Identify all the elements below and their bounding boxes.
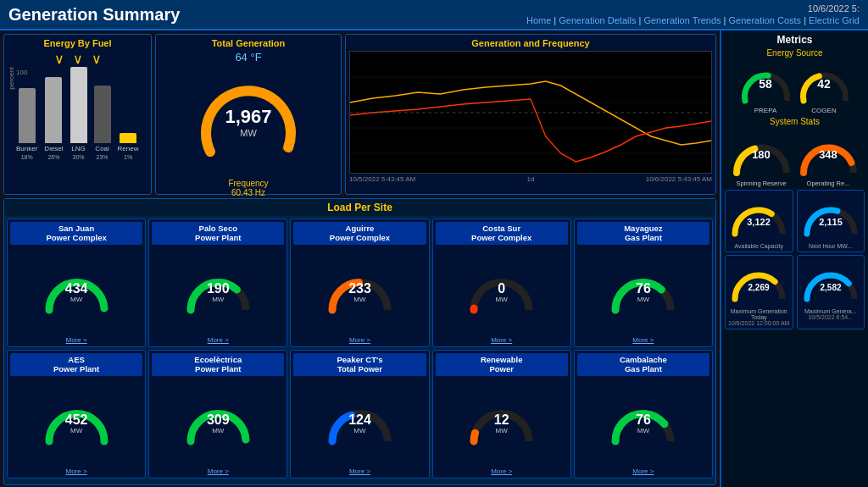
- chart-100-label: 100: [16, 69, 27, 76]
- site-cambalache-name: CambalacheGas Plant: [577, 353, 709, 376]
- site-costa-sur-name: Costa SurPower Complex: [436, 222, 568, 245]
- bar-bunker: Bunker 18%: [16, 88, 37, 160]
- svg-text:2,269: 2,269: [748, 283, 770, 292]
- site-aes-more[interactable]: More >: [66, 468, 87, 475]
- cogen-label: COGEN: [811, 107, 836, 114]
- site-ecoelectrica-gauge: 309 MW: [182, 378, 254, 467]
- cogen-gauge: 42 COGEN: [797, 60, 852, 114]
- site-renewable-val: 12 MW: [494, 413, 509, 434]
- bar-renew: Renew 1%: [118, 133, 139, 160]
- site-aes-name: AESPower Plant: [10, 353, 142, 376]
- max-gen-yesterday-label: Maximum Genera...: [800, 308, 862, 314]
- total-gen-title: Total Generation: [159, 38, 337, 48]
- site-palo-seco-val: 190 MW: [207, 282, 230, 303]
- max-gen-today-label: Maximum Generation Today: [728, 308, 790, 320]
- renew-bar: [120, 133, 136, 143]
- site-costa-sur-more[interactable]: More >: [491, 336, 512, 344]
- site-san-juan-more[interactable]: More >: [66, 336, 87, 344]
- site-mayaguez[interactable]: MayaguezGas Plant 76 MW More >: [574, 219, 713, 347]
- prepa-gauge-wrap: 58: [738, 60, 793, 107]
- energy-source-title: Energy Source: [725, 48, 865, 58]
- site-aes[interactable]: AESPower Plant 452 MW More >: [7, 350, 146, 479]
- nav-home[interactable]: Home: [526, 15, 551, 25]
- site-ecoelectrica[interactable]: EcoelèctricaPower Plant 309 MW More >: [148, 350, 287, 479]
- site-aguirre-more[interactable]: More >: [349, 336, 370, 344]
- site-palo-seco-more[interactable]: More >: [208, 336, 229, 344]
- site-aes-gauge: 452 MW: [41, 378, 113, 467]
- bar-chart: 100 percent Bunker 18% Diesel 26% LN: [8, 67, 147, 160]
- site-aguirre-name: AguirrePower Complex: [293, 222, 426, 245]
- chevron-down-icon: ∨: [54, 51, 64, 67]
- site-renewable[interactable]: RenewablePower 12 MW More >: [432, 350, 571, 479]
- site-san-juan-name: San JuanPower Complex: [10, 222, 142, 245]
- chevron-down-icon3: ∨: [92, 51, 102, 67]
- main-content: Energy By Fuel ∨ ∨ ∨ 100 percent Bunker …: [0, 30, 868, 487]
- site-cambalache[interactable]: CambalacheGas Plant 76 MW More >: [574, 350, 713, 479]
- nav-gen-details[interactable]: Generation Details: [559, 15, 636, 25]
- bunker-bar: [19, 88, 36, 143]
- total-gen-center: 1,967 MW: [225, 106, 271, 138]
- operating-reserve-wrap: 348: [797, 129, 860, 180]
- site-costa-sur[interactable]: Costa SurPower Complex 0 MW More >: [432, 219, 571, 347]
- diesel-bar: [45, 77, 62, 143]
- chevron-down-icon2: ∨: [73, 51, 83, 67]
- spinning-reserve-value: 180: [752, 148, 771, 161]
- site-ecoelectrica-name: EcoelèctricaPower Plant: [152, 353, 284, 376]
- nav-bar: Home | Generation Details | Generation T…: [526, 15, 860, 25]
- load-per-site-title: Load Per Site: [4, 199, 715, 216]
- cogen-gauge-wrap: 42: [797, 60, 852, 107]
- svg-text:2,582: 2,582: [820, 283, 841, 292]
- time-mid: 1d: [527, 175, 535, 183]
- cogen-value: 42: [817, 77, 831, 91]
- system-stats-title: System Stats: [725, 117, 865, 126]
- nav-gen-trends[interactable]: Generation Trends: [643, 15, 721, 25]
- diesel-pct: 26%: [47, 154, 59, 160]
- site-ecoelectrica-more[interactable]: More >: [208, 468, 229, 475]
- max-gen-yesterday-svg: 2,582: [801, 258, 860, 305]
- site-palo-seco-gauge: 190 MW: [182, 246, 254, 335]
- site-aguirre[interactable]: AguirrePower Complex 233 MW More >: [290, 219, 429, 347]
- site-san-juan[interactable]: San JuanPower Complex 434 MW More >: [7, 219, 146, 347]
- sites-grid: San JuanPower Complex 434 MW More >: [4, 216, 715, 481]
- total-gen-unit: MW: [225, 128, 271, 138]
- gen-freq-title: Generation and Frequency: [349, 38, 712, 48]
- bunker-label: Bunker: [16, 145, 37, 152]
- svg-text:2,115: 2,115: [819, 217, 843, 227]
- site-cambalache-gauge: 76 MW: [607, 378, 679, 467]
- site-renewable-more[interactable]: More >: [491, 468, 512, 475]
- frequency-display: Frequency 60.43 Hz: [159, 179, 337, 197]
- metrics-panel: Metrics Energy Source 58 PREPA: [720, 30, 868, 487]
- site-cambalache-more[interactable]: More >: [632, 468, 654, 475]
- site-peaker[interactable]: Peaker CT'sTotal Power 124 MW More >: [290, 350, 429, 479]
- site-peaker-val: 124 MW: [348, 413, 371, 434]
- header-date: 10/6/2022 5:: [808, 3, 860, 14]
- lng-bar: [70, 67, 87, 143]
- avail-cap-gauge-svg: 3,122: [729, 193, 788, 240]
- site-peaker-more[interactable]: More >: [349, 468, 370, 475]
- max-gen-yesterday-date: 10/5/2022 6:54...: [800, 314, 862, 320]
- time-start: 10/5/2022 5:43:45 AM: [349, 175, 415, 183]
- nav-gen-costs[interactable]: Generation Costs: [729, 15, 802, 25]
- available-capacity-label: Available Capacity: [728, 243, 790, 249]
- available-capacity-stat: 3,122 Available Capacity: [725, 190, 793, 252]
- metrics-title: Metrics: [725, 34, 865, 46]
- diesel-label: Diesel: [44, 145, 63, 152]
- site-mayaguez-more[interactable]: More >: [632, 336, 654, 344]
- lng-pct: 30%: [73, 154, 85, 160]
- gen-freq-chart: [349, 51, 712, 174]
- site-palo-seco[interactable]: Palo SecoPower Plant 190 MW More >: [148, 219, 287, 347]
- site-mayaguez-val: 76 MW: [636, 282, 651, 303]
- next-hour-stat: 2,115 Next Hour MW...: [797, 190, 865, 252]
- nav-electric-grid[interactable]: Electric Grid: [809, 15, 860, 25]
- site-mayaguez-gauge: 76 MW: [607, 246, 679, 335]
- total-gen-gauge: 1,967 MW: [159, 67, 337, 177]
- site-peaker-gauge: 124 MW: [324, 378, 396, 467]
- site-aguirre-val: 233 MW: [348, 282, 371, 303]
- load-per-site-panel: Load Per Site San JuanPower Complex 434 …: [3, 198, 716, 485]
- operating-reserve-label: Operating Re...: [807, 180, 850, 187]
- site-mayaguez-name: MayaguezGas Plant: [577, 222, 709, 245]
- temperature-display: 64 °F: [159, 51, 337, 64]
- renew-pct: 1%: [124, 154, 132, 160]
- coal-label: Coal: [95, 145, 108, 152]
- bar-lng: LNG 30%: [70, 67, 87, 160]
